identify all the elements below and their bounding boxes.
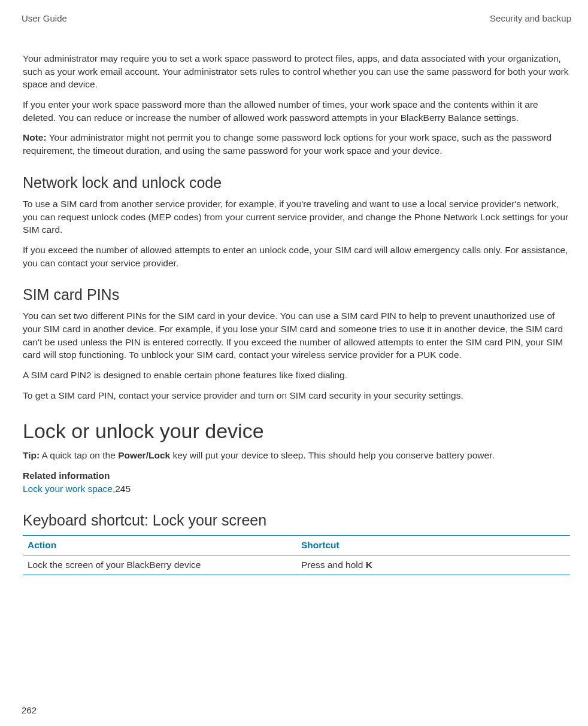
page-header: User Guide Security and backup	[22, 13, 571, 23]
intro-note: Note: Your administrator might not permi…	[23, 131, 570, 157]
table-header-action: Action	[23, 536, 296, 555]
related-info-label: Related information	[23, 469, 570, 482]
network-paragraph-1: To use a SIM card from another service p…	[23, 198, 570, 236]
sim-paragraph-1: You can set two different PINs for the S…	[23, 309, 570, 362]
intro-paragraph-1: Your administrator may require you to se…	[23, 52, 570, 91]
table-cell-action: Lock the screen of your BlackBerry devic…	[23, 555, 296, 575]
sim-paragraph-2: A SIM card PIN2 is designed to enable ce…	[23, 369, 570, 382]
shortcut-table: Action Shortcut Lock the screen of your …	[23, 535, 570, 575]
table-header-shortcut: Shortcut	[296, 536, 570, 555]
lock-unlock-heading: Lock or unlock your device	[23, 420, 570, 443]
intro-paragraph-2: If you enter your work space password mo…	[23, 98, 570, 124]
related-page: 245	[115, 484, 131, 494]
related-link[interactable]: Lock your work space,	[23, 484, 115, 494]
page-content: Your administrator may require you to se…	[22, 52, 571, 575]
note-label: Note:	[23, 132, 47, 142]
network-lock-heading: Network lock and unlock code	[23, 174, 570, 192]
sim-paragraph-3: To get a SIM card PIN, contact your serv…	[23, 389, 570, 402]
shortcut-prefix: Press and hold	[301, 560, 366, 570]
table-header-row: Action Shortcut	[23, 536, 570, 555]
header-right: Security and backup	[490, 13, 571, 23]
table-cell-shortcut: Press and hold K	[296, 555, 570, 575]
note-text: Your administrator might not permit you …	[23, 132, 551, 156]
table-row: Lock the screen of your BlackBerry devic…	[23, 555, 570, 575]
network-paragraph-2: If you exceed the number of allowed atte…	[23, 244, 570, 269]
tip-text-after: key will put your device to sleep. This …	[170, 450, 495, 460]
tip-label: Tip:	[23, 450, 40, 460]
header-left: User Guide	[22, 13, 67, 23]
sim-pins-heading: SIM card PINs	[23, 286, 570, 303]
tip-text-before: A quick tap on the	[40, 450, 118, 460]
tip-key: Power/Lock	[118, 450, 170, 460]
shortcut-key: K	[366, 560, 372, 570]
page-number: 262	[22, 705, 37, 715]
keyboard-shortcut-heading: Keyboard shortcut: Lock your screen	[23, 512, 570, 529]
related-info-line: Lock your work space,245	[23, 482, 570, 496]
lock-tip: Tip: A quick tap on the Power/Lock key w…	[23, 449, 570, 462]
